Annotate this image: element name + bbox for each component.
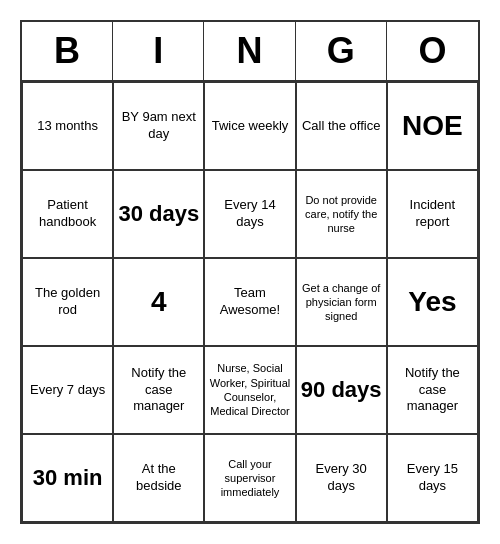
bingo-cell-14: Yes: [387, 258, 478, 346]
bingo-cell-13: Get a change of physician form signed: [296, 258, 387, 346]
bingo-cell-18: 90 days: [296, 346, 387, 434]
bingo-cell-7: Every 14 days: [204, 170, 295, 258]
bingo-cell-24: Every 15 days: [387, 434, 478, 522]
bingo-cell-8: Do not provide care, notify the nurse: [296, 170, 387, 258]
header-letter-b: B: [22, 22, 113, 80]
bingo-cell-12: Team Awesome!: [204, 258, 295, 346]
bingo-cell-2: Twice weekly: [204, 82, 295, 170]
header-letter-n: N: [204, 22, 295, 80]
bingo-grid: 13 monthsBY 9am next dayTwice weeklyCall…: [22, 82, 478, 522]
header-letter-i: I: [113, 22, 204, 80]
bingo-cell-3: Call the office: [296, 82, 387, 170]
bingo-cell-11: 4: [113, 258, 204, 346]
bingo-cell-6: 30 days: [113, 170, 204, 258]
bingo-cell-16: Notify the case manager: [113, 346, 204, 434]
bingo-cell-10: The golden rod: [22, 258, 113, 346]
bingo-cell-9: Incident report: [387, 170, 478, 258]
header-letter-g: G: [296, 22, 387, 80]
bingo-cell-1: BY 9am next day: [113, 82, 204, 170]
bingo-cell-17: Nurse, Social Worker, Spiritual Counselo…: [204, 346, 295, 434]
bingo-header: BINGO: [22, 22, 478, 82]
bingo-cell-19: Notify the case manager: [387, 346, 478, 434]
bingo-cell-21: At the bedside: [113, 434, 204, 522]
bingo-cell-4: NOE: [387, 82, 478, 170]
bingo-card: BINGO 13 monthsBY 9am next dayTwice week…: [20, 20, 480, 524]
bingo-cell-20: 30 min: [22, 434, 113, 522]
bingo-cell-0: 13 months: [22, 82, 113, 170]
bingo-cell-5: Patient handbook: [22, 170, 113, 258]
header-letter-o: O: [387, 22, 478, 80]
bingo-cell-23: Every 30 days: [296, 434, 387, 522]
bingo-cell-22: Call your supervisor immediately: [204, 434, 295, 522]
bingo-cell-15: Every 7 days: [22, 346, 113, 434]
